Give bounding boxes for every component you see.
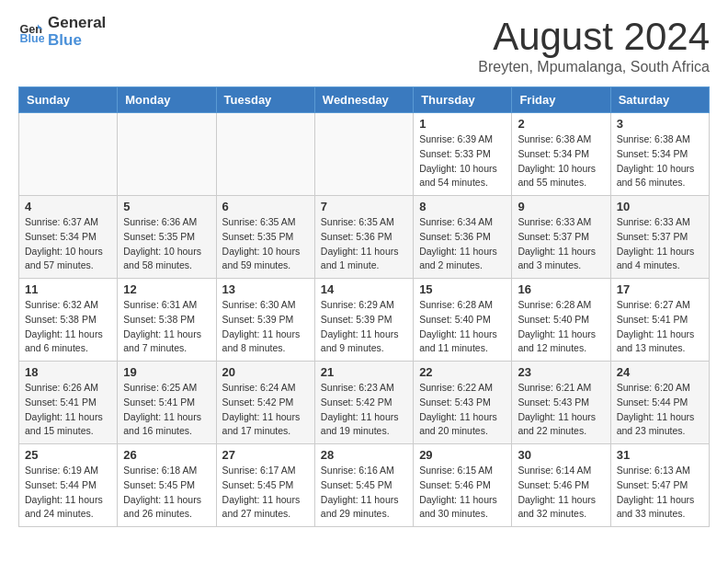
calendar-week-2: 4Sunrise: 6:37 AM Sunset: 5:34 PM Daylig…: [19, 196, 710, 279]
calendar-cell: 11Sunrise: 6:32 AM Sunset: 5:38 PM Dayli…: [19, 279, 118, 362]
day-number: 1: [419, 117, 506, 131]
calendar-cell: 17Sunrise: 6:27 AM Sunset: 5:41 PM Dayli…: [610, 279, 709, 362]
day-info: Sunrise: 6:30 AM Sunset: 5:39 PM Dayligh…: [222, 298, 309, 356]
day-number: 18: [25, 365, 111, 379]
day-info: Sunrise: 6:25 AM Sunset: 5:41 PM Dayligh…: [123, 381, 210, 439]
day-number: 30: [518, 448, 604, 462]
calendar-cell: [216, 113, 314, 196]
day-number: 19: [123, 365, 210, 379]
day-number: 22: [419, 365, 506, 379]
calendar-week-3: 11Sunrise: 6:32 AM Sunset: 5:38 PM Dayli…: [19, 279, 710, 362]
calendar-cell: 14Sunrise: 6:29 AM Sunset: 5:39 PM Dayli…: [314, 279, 413, 362]
location: Breyten, Mpumalanga, South Africa: [478, 59, 710, 75]
calendar-cell: 5Sunrise: 6:36 AM Sunset: 5:35 PM Daylig…: [118, 196, 216, 279]
day-number: 28: [321, 448, 407, 462]
day-info: Sunrise: 6:21 AM Sunset: 5:43 PM Dayligh…: [518, 381, 604, 439]
calendar-cell: 16Sunrise: 6:28 AM Sunset: 5:40 PM Dayli…: [512, 279, 610, 362]
calendar-cell: 20Sunrise: 6:24 AM Sunset: 5:42 PM Dayli…: [216, 362, 314, 444]
svg-text:Blue: Blue: [19, 32, 44, 45]
day-number: 24: [617, 365, 703, 379]
calendar-cell: 15Sunrise: 6:28 AM Sunset: 5:40 PM Dayli…: [414, 279, 512, 362]
day-number: 6: [222, 200, 309, 213]
day-number: 5: [123, 200, 210, 213]
calendar-header-tuesday: Tuesday: [216, 87, 314, 113]
day-info: Sunrise: 6:33 AM Sunset: 5:37 PM Dayligh…: [617, 215, 703, 273]
logo-icon: Gen Blue: [18, 19, 44, 45]
day-info: Sunrise: 6:14 AM Sunset: 5:46 PM Dayligh…: [518, 464, 604, 522]
day-info: Sunrise: 6:32 AM Sunset: 5:38 PM Dayligh…: [25, 298, 111, 356]
calendar-cell: 3Sunrise: 6:38 AM Sunset: 5:34 PM Daylig…: [610, 113, 709, 196]
day-number: 27: [222, 448, 309, 462]
calendar-cell: 8Sunrise: 6:34 AM Sunset: 5:36 PM Daylig…: [414, 196, 512, 279]
calendar-cell: [118, 113, 216, 196]
calendar-cell: [314, 113, 413, 196]
month-title: August 2024: [478, 15, 710, 59]
calendar-cell: 10Sunrise: 6:33 AM Sunset: 5:37 PM Dayli…: [610, 196, 709, 279]
calendar-cell: 22Sunrise: 6:22 AM Sunset: 5:43 PM Dayli…: [414, 362, 512, 444]
calendar-cell: 23Sunrise: 6:21 AM Sunset: 5:43 PM Dayli…: [512, 362, 610, 444]
day-info: Sunrise: 6:20 AM Sunset: 5:44 PM Dayligh…: [617, 381, 703, 439]
calendar: SundayMondayTuesdayWednesdayThursdayFrid…: [18, 86, 710, 527]
day-number: 23: [518, 365, 604, 379]
day-number: 11: [25, 282, 111, 296]
day-info: Sunrise: 6:38 AM Sunset: 5:34 PM Dayligh…: [518, 132, 604, 190]
calendar-header-wednesday: Wednesday: [314, 87, 413, 113]
day-info: Sunrise: 6:29 AM Sunset: 5:39 PM Dayligh…: [321, 298, 407, 356]
day-info: Sunrise: 6:23 AM Sunset: 5:42 PM Dayligh…: [321, 381, 407, 439]
title-area: August 2024 Breyten, Mpumalanga, South A…: [478, 15, 710, 75]
day-info: Sunrise: 6:33 AM Sunset: 5:37 PM Dayligh…: [518, 215, 604, 273]
calendar-cell: 12Sunrise: 6:31 AM Sunset: 5:38 PM Dayli…: [118, 279, 216, 362]
day-info: Sunrise: 6:28 AM Sunset: 5:40 PM Dayligh…: [419, 298, 506, 356]
day-info: Sunrise: 6:35 AM Sunset: 5:36 PM Dayligh…: [321, 215, 407, 273]
calendar-cell: 7Sunrise: 6:35 AM Sunset: 5:36 PM Daylig…: [314, 196, 413, 279]
day-number: 25: [25, 448, 111, 462]
day-info: Sunrise: 6:36 AM Sunset: 5:35 PM Dayligh…: [123, 215, 210, 273]
day-number: 17: [617, 282, 703, 296]
day-info: Sunrise: 6:18 AM Sunset: 5:45 PM Dayligh…: [123, 464, 210, 522]
calendar-cell: 29Sunrise: 6:15 AM Sunset: 5:46 PM Dayli…: [414, 444, 512, 527]
day-info: Sunrise: 6:22 AM Sunset: 5:43 PM Dayligh…: [419, 381, 506, 439]
calendar-cell: 25Sunrise: 6:19 AM Sunset: 5:44 PM Dayli…: [19, 444, 118, 527]
calendar-header-row: SundayMondayTuesdayWednesdayThursdayFrid…: [19, 87, 710, 113]
day-info: Sunrise: 6:37 AM Sunset: 5:34 PM Dayligh…: [25, 215, 111, 273]
calendar-cell: 21Sunrise: 6:23 AM Sunset: 5:42 PM Dayli…: [314, 362, 413, 444]
logo-line2: Blue: [48, 31, 82, 49]
day-number: 8: [419, 200, 506, 213]
calendar-week-5: 25Sunrise: 6:19 AM Sunset: 5:44 PM Dayli…: [19, 444, 710, 527]
day-number: 4: [25, 200, 111, 213]
calendar-cell: 26Sunrise: 6:18 AM Sunset: 5:45 PM Dayli…: [118, 444, 216, 527]
calendar-header-saturday: Saturday: [610, 87, 709, 113]
day-number: 14: [321, 282, 407, 296]
day-info: Sunrise: 6:28 AM Sunset: 5:40 PM Dayligh…: [518, 298, 604, 356]
day-info: Sunrise: 6:15 AM Sunset: 5:46 PM Dayligh…: [419, 464, 506, 522]
day-number: 9: [518, 200, 604, 213]
logo: Gen Blue General Blue: [18, 15, 106, 49]
header: Gen Blue General Blue August 2024 Breyte…: [18, 15, 710, 75]
day-number: 2: [518, 117, 604, 131]
calendar-cell: 6Sunrise: 6:35 AM Sunset: 5:35 PM Daylig…: [216, 196, 314, 279]
calendar-cell: 18Sunrise: 6:26 AM Sunset: 5:41 PM Dayli…: [19, 362, 118, 444]
day-info: Sunrise: 6:39 AM Sunset: 5:33 PM Dayligh…: [419, 132, 506, 190]
calendar-cell: 9Sunrise: 6:33 AM Sunset: 5:37 PM Daylig…: [512, 196, 610, 279]
calendar-cell: 19Sunrise: 6:25 AM Sunset: 5:41 PM Dayli…: [118, 362, 216, 444]
logo-text: General Blue: [48, 15, 106, 49]
calendar-cell: 30Sunrise: 6:14 AM Sunset: 5:46 PM Dayli…: [512, 444, 610, 527]
calendar-cell: 31Sunrise: 6:13 AM Sunset: 5:47 PM Dayli…: [610, 444, 709, 527]
calendar-cell: 4Sunrise: 6:37 AM Sunset: 5:34 PM Daylig…: [19, 196, 118, 279]
day-info: Sunrise: 6:31 AM Sunset: 5:38 PM Dayligh…: [123, 298, 210, 356]
day-number: 10: [617, 200, 703, 213]
logo-line1: General: [48, 14, 106, 31]
calendar-cell: 2Sunrise: 6:38 AM Sunset: 5:34 PM Daylig…: [512, 113, 610, 196]
calendar-header-friday: Friday: [512, 87, 610, 113]
day-number: 7: [321, 200, 407, 213]
calendar-cell: 27Sunrise: 6:17 AM Sunset: 5:45 PM Dayli…: [216, 444, 314, 527]
calendar-header-monday: Monday: [118, 87, 216, 113]
calendar-week-4: 18Sunrise: 6:26 AM Sunset: 5:41 PM Dayli…: [19, 362, 710, 444]
day-number: 21: [321, 365, 407, 379]
day-info: Sunrise: 6:38 AM Sunset: 5:34 PM Dayligh…: [617, 132, 703, 190]
calendar-cell: 28Sunrise: 6:16 AM Sunset: 5:45 PM Dayli…: [314, 444, 413, 527]
day-info: Sunrise: 6:26 AM Sunset: 5:41 PM Dayligh…: [25, 381, 111, 439]
calendar-header-thursday: Thursday: [414, 87, 512, 113]
day-info: Sunrise: 6:34 AM Sunset: 5:36 PM Dayligh…: [419, 215, 506, 273]
day-number: 3: [617, 117, 703, 131]
